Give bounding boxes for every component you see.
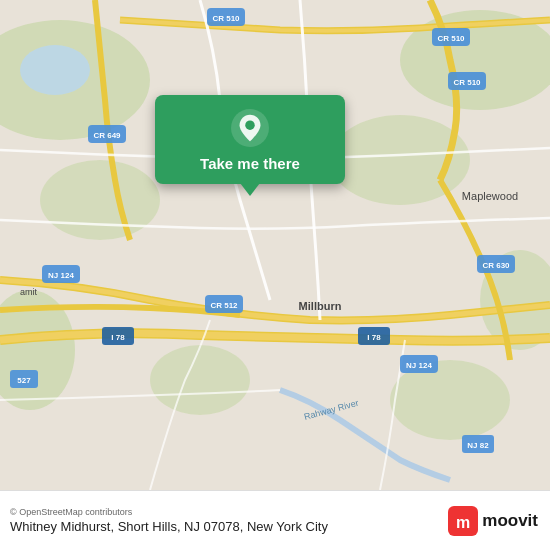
moovit-name: moovit	[482, 511, 538, 531]
svg-text:amit: amit	[20, 287, 38, 297]
svg-text:CR 510: CR 510	[212, 14, 240, 23]
svg-text:NJ 124: NJ 124	[48, 271, 74, 280]
svg-text:m: m	[456, 514, 470, 531]
svg-text:CR 510: CR 510	[437, 34, 465, 43]
location-label: Whitney Midhurst, Short Hills, NJ 07078,…	[10, 519, 328, 534]
svg-text:NJ 82: NJ 82	[467, 441, 489, 450]
bottom-bar: © OpenStreetMap contributors Whitney Mid…	[0, 490, 550, 550]
popup-arrow	[240, 183, 260, 196]
location-pin-icon	[231, 109, 269, 147]
svg-point-5	[150, 345, 250, 415]
svg-text:I 78: I 78	[367, 333, 381, 342]
moovit-logo: m moovit	[448, 506, 538, 536]
svg-text:527: 527	[17, 376, 31, 385]
svg-text:Millburn: Millburn	[299, 300, 342, 312]
svg-text:CR 510: CR 510	[453, 78, 481, 87]
take-me-there-button[interactable]: Take me there	[200, 155, 300, 172]
navigate-popup[interactable]: Take me there	[155, 95, 345, 184]
svg-text:I 78: I 78	[111, 333, 125, 342]
svg-point-3	[40, 160, 160, 240]
svg-text:CR 649: CR 649	[93, 131, 121, 140]
map-container: CR 510 CR 510 CR 510 CR 649 NJ 124 CR 51…	[0, 0, 550, 490]
svg-text:Maplewood: Maplewood	[462, 190, 518, 202]
svg-point-9	[20, 45, 90, 95]
svg-text:CR 512: CR 512	[210, 301, 238, 310]
moovit-icon: m	[448, 506, 478, 536]
svg-point-39	[245, 120, 255, 129]
svg-text:CR 630: CR 630	[482, 261, 510, 270]
bottom-info: © OpenStreetMap contributors Whitney Mid…	[10, 507, 328, 534]
svg-text:NJ 124: NJ 124	[406, 361, 432, 370]
attribution-text: © OpenStreetMap contributors	[10, 507, 328, 517]
